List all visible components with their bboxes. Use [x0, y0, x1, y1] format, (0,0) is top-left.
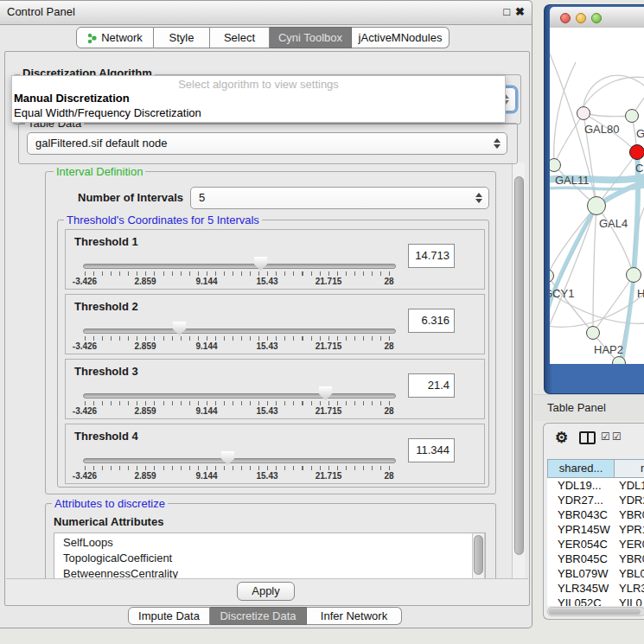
threshold-3-label: Threshold 3: [74, 365, 138, 378]
network-node-selected-red[interactable]: [629, 144, 644, 160]
column-header-shared-name[interactable]: shared...: [547, 459, 615, 478]
tick-label: 9.144: [195, 277, 217, 286]
apply-button[interactable]: Apply: [237, 582, 295, 601]
tick-label: 28: [384, 471, 393, 481]
tab-network-label: Network: [101, 28, 143, 48]
close-traffic-light-icon[interactable]: [560, 13, 571, 23]
tab-impute-data-label: Impute Data: [138, 608, 200, 624]
network-window-titlebar: [550, 7, 644, 29]
number-of-intervals-value: 5: [199, 191, 205, 204]
network-icon: [87, 31, 97, 44]
table-row[interactable]: YDL19...YDL1: [551, 479, 644, 494]
tab-cyni-toolbox[interactable]: Cyni Toolbox: [270, 27, 352, 48]
algorithm-popup-prompt: Select algorithm to view settings: [12, 78, 505, 91]
thresholds-group-title: Threshold's Coordinates for 5 Intervals: [64, 214, 262, 226]
table-row[interactable]: YBR045CYBR0: [551, 552, 644, 567]
threshold-4-label: Threshold 4: [74, 430, 138, 443]
tab-style[interactable]: Style: [154, 27, 210, 48]
zoom-traffic-light-icon[interactable]: [591, 13, 602, 23]
network-node-hap2[interactable]: [586, 326, 600, 340]
node-label: GAL11: [555, 174, 590, 187]
tab-jactivemnodules[interactable]: jActiveMNodules: [352, 27, 450, 48]
tab-select-label: Select: [224, 28, 255, 48]
table-data-combobox[interactable]: galFiltered.sif default node: [27, 132, 507, 155]
checkbox-icon[interactable]: ☑: [612, 430, 622, 443]
network-view-window: GAL80 G C GAL11 GAL4 GCY1 H HAP2: [544, 4, 644, 394]
threshold-4-box: Threshold 4 -3.426 2.859 9.144 15.43 21.…: [65, 424, 485, 484]
tick-label: 28: [384, 277, 393, 286]
tick-label: -3.426: [73, 341, 97, 351]
algorithm-dropdown-popup: Select algorithm to view settings Manual…: [11, 75, 506, 123]
network-canvas[interactable]: GAL80 G C GAL11 GAL4 GCY1 H HAP2: [550, 28, 644, 364]
threshold-2-box: Threshold 2 -3.426 2.859 9.144 15.43 21.…: [65, 294, 485, 354]
minimize-traffic-light-icon[interactable]: [576, 13, 586, 23]
tick-label: 15.43: [256, 277, 277, 286]
node-label: GAL4: [599, 217, 628, 230]
settings-vertical-scrollbar[interactable]: [512, 163, 525, 579]
number-of-intervals-combobox[interactable]: 5: [190, 187, 489, 209]
threshold-3-value-field[interactable]: 21.4: [408, 373, 455, 398]
threshold-2-label: Threshold 2: [74, 300, 138, 313]
tick-label: -3.426: [73, 277, 97, 286]
window-title: Control Panel: [7, 5, 75, 18]
threshold-3-box: Threshold 3 -3.426 2.859 9.144 15.43 21.…: [65, 359, 485, 419]
top-tab-bar: Network Style Select Cyni Toolbox jActiv…: [76, 27, 450, 48]
network-node[interactable]: [625, 109, 639, 123]
algorithm-option-manual[interactable]: Manual Discretization: [14, 92, 130, 105]
column-header-name[interactable]: na: [614, 459, 644, 478]
column-view-icon[interactable]: [579, 431, 596, 444]
bottom-tab-bar: Impute Data Discretize Data Infer Networ…: [128, 607, 402, 625]
threshold-1-box: Threshold 1 -3.426 2.859 9.144 15.43 21.…: [65, 229, 485, 290]
tick-label: 2.859: [134, 406, 156, 416]
slider-ticks: [85, 466, 390, 470]
tab-select[interactable]: Select: [210, 27, 270, 48]
threshold-1-value-field[interactable]: 14.713: [408, 244, 455, 268]
network-node[interactable]: [612, 356, 626, 364]
table-row[interactable]: YBL079WYBL0: [551, 567, 644, 582]
cyni-toolbox-panel: Discretization Algorithm Table Data galF…: [4, 51, 530, 606]
threshold-4-slider-track[interactable]: [83, 458, 396, 463]
tab-jactivemnodules-label: jActiveMNodules: [359, 28, 443, 48]
table-row[interactable]: YER054CYER0: [551, 538, 644, 552]
close-window-icon[interactable]: ✖: [515, 5, 525, 19]
attributes-list-scrollbar[interactable]: [472, 533, 485, 580]
attributes-list: SelfLoops TopologicalCoefficient Between…: [54, 532, 486, 580]
network-node-gal80[interactable]: [577, 106, 590, 120]
network-node-h[interactable]: [626, 267, 641, 283]
tick-label: 9.144: [195, 406, 217, 416]
tick-label: 21.715: [316, 471, 342, 481]
threshold-1-slider-track[interactable]: [83, 264, 396, 269]
gear-icon[interactable]: ⚙: [555, 429, 568, 447]
threshold-2-slider-track[interactable]: [83, 328, 396, 334]
screen: { "window": { "title": "Control Panel" }…: [0, 0, 644, 644]
tab-network[interactable]: Network: [76, 27, 154, 48]
network-node-gal4[interactable]: [587, 196, 606, 215]
list-item[interactable]: TopologicalCoefficient: [63, 552, 172, 564]
tick-label: 9.144: [195, 471, 217, 481]
table-body: YDL19...YDL1 YDR27...YDR2 YBR043CYBR0 YP…: [547, 478, 644, 606]
table-row[interactable]: YPR145WYPR1: [551, 523, 644, 538]
slider-ticks: [85, 401, 390, 405]
slider-ticks: [85, 336, 390, 341]
node-label: GAL80: [584, 123, 619, 136]
threshold-3-slider-track[interactable]: [83, 393, 396, 399]
table-row[interactable]: YIL052CYIL0: [551, 596, 644, 606]
tick-label: 2.859: [134, 277, 156, 286]
checkbox-icon[interactable]: ☑: [601, 430, 610, 443]
tick-label: 15.43: [256, 471, 277, 481]
float-window-icon[interactable]: □: [503, 5, 510, 19]
threshold-2-value-field[interactable]: 6.316: [408, 309, 455, 333]
table-row[interactable]: YLR345WYLR3: [551, 582, 644, 596]
threshold-4-value-field[interactable]: 11.344: [408, 438, 455, 462]
number-of-intervals-label: Number of Intervals: [78, 191, 183, 204]
table-horizontal-scrollbar[interactable]: [547, 607, 644, 616]
tab-discretize-data[interactable]: Discretize Data: [210, 607, 307, 625]
tab-infer-network[interactable]: Infer Network: [307, 607, 402, 625]
tab-discretize-data-label: Discretize Data: [220, 608, 296, 624]
algorithm-option-equal-width[interactable]: Equal Width/Frequency Discretization: [14, 106, 201, 119]
attributes-group-title: Attributes to discretize: [52, 497, 168, 510]
list-item[interactable]: SelfLoops: [63, 536, 113, 549]
tab-impute-data[interactable]: Impute Data: [128, 607, 210, 625]
table-row[interactable]: YDR27...YDR2: [551, 494, 644, 508]
table-row[interactable]: YBR043CYBR0: [551, 508, 644, 523]
